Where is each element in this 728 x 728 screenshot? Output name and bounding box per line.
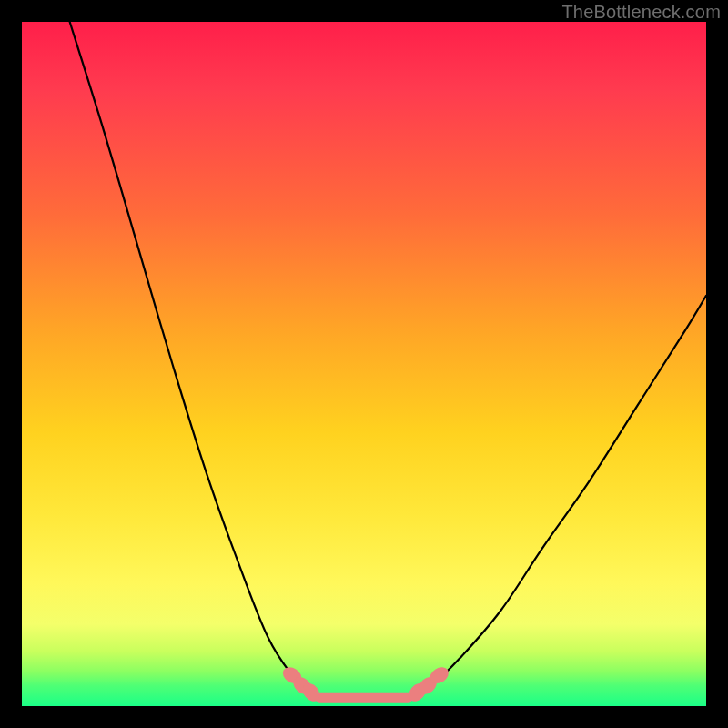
right-branch-line [412, 296, 706, 694]
outer-frame: TheBottleneck.com [0, 0, 728, 728]
plot-area [22, 22, 706, 706]
left-branch-line [70, 22, 317, 694]
curve-svg [22, 22, 706, 706]
watermark-text: TheBottleneck.com [561, 2, 721, 23]
